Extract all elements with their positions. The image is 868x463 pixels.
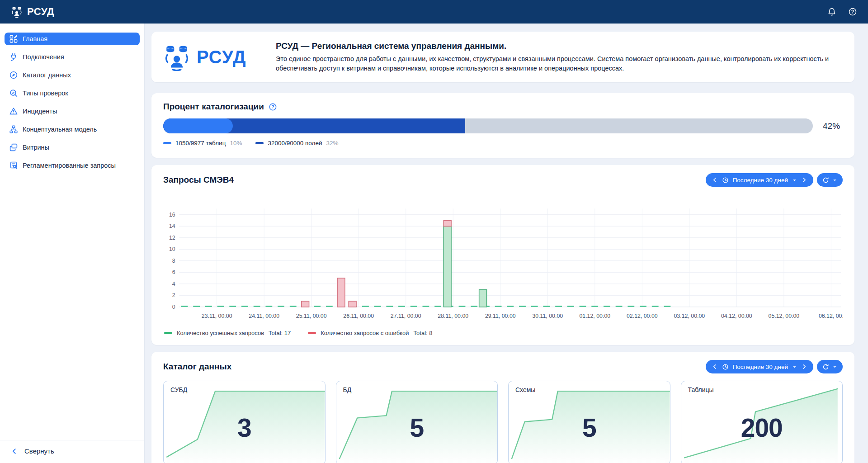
smev-legend: Количество успешных запросовTotal: 17Кол… bbox=[163, 330, 843, 336]
sidebar-item-label: Главная bbox=[23, 35, 47, 43]
progress-legend-label: 32000/90000 полей bbox=[268, 140, 322, 146]
sidebar-item[interactable]: Главная bbox=[5, 33, 140, 45]
catalogization-progress-card: Процент каталогизации 42% 1050/9977 табл… bbox=[151, 93, 854, 158]
chevron-down-icon[interactable] bbox=[792, 178, 797, 183]
smev-legend-label: Количество запросов с ошибкой bbox=[321, 330, 409, 336]
period-selector[interactable]: Последние 30 дней bbox=[706, 360, 813, 373]
legend-dash-icon bbox=[308, 332, 316, 334]
sidebar: ГлавнаяПодключенияКаталог данныхТипы про… bbox=[0, 24, 145, 463]
period-label: Последние 30 дней bbox=[733, 364, 788, 370]
collapse-label: Свернуть bbox=[24, 447, 54, 455]
sidebar-item-label: Типы проверок bbox=[23, 90, 68, 97]
sidebar-item[interactable]: Концептуальная модель bbox=[5, 123, 140, 136]
period-selector[interactable]: Последние 30 дней bbox=[706, 173, 813, 187]
progress-legend-item: 32000/90000 полей32% bbox=[255, 140, 338, 146]
catalog-period-controls: Последние 30 дней bbox=[706, 360, 843, 373]
svg-text:12: 12 bbox=[169, 235, 175, 241]
stat-card-title: СУБД bbox=[170, 386, 187, 393]
bell-icon[interactable] bbox=[827, 7, 836, 16]
stat-card-value: 3 bbox=[164, 413, 325, 443]
stat-card-2[interactable]: БД5 bbox=[336, 381, 498, 463]
chevron-down-icon[interactable] bbox=[832, 364, 837, 369]
progress-legend-item: 1050/9977 таблиц10% bbox=[163, 140, 242, 146]
smev-legend-label: Количество успешных запросов bbox=[177, 330, 264, 336]
sidebar-item[interactable]: Типы проверок bbox=[5, 87, 140, 99]
catalog-section-title: Каталог данных bbox=[163, 362, 231, 372]
sidebar-item-label: Концептуальная модель bbox=[23, 126, 97, 133]
catalog-stat-cards: СУБД3 БД5 Схемы5 bbox=[163, 381, 843, 463]
chevron-down-icon[interactable] bbox=[832, 178, 837, 183]
refresh-button[interactable] bbox=[817, 173, 843, 187]
sidebar-item[interactable]: Подключения bbox=[5, 51, 140, 63]
welcome-description: Это единое пространство для работы с дан… bbox=[276, 54, 843, 73]
smev-legend-total: Total: 8 bbox=[414, 330, 433, 336]
progress-legend-percent: 10% bbox=[230, 140, 242, 146]
chevron-left-icon[interactable] bbox=[712, 177, 718, 183]
svg-text:02.12, 00:00: 02.12, 00:00 bbox=[627, 313, 658, 319]
sidebar-item[interactable]: Каталог данных bbox=[5, 69, 140, 81]
smev-legend-total: Total: 17 bbox=[269, 330, 291, 336]
catalogization-progress-bar bbox=[163, 118, 813, 133]
svg-text:4: 4 bbox=[172, 281, 175, 287]
navbar-actions bbox=[827, 7, 857, 16]
svg-text:01.12, 00:00: 01.12, 00:00 bbox=[579, 313, 610, 319]
progress-legend-percent: 32% bbox=[326, 140, 338, 146]
app-logo-icon bbox=[11, 6, 23, 18]
chevron-right-icon[interactable] bbox=[801, 364, 807, 370]
warning-triangle-icon bbox=[9, 107, 18, 115]
product-logo-text: РСУД bbox=[197, 47, 246, 67]
sidebar-nav: ГлавнаяПодключенияКаталог данныхТипы про… bbox=[5, 33, 140, 177]
plug-icon bbox=[9, 53, 18, 61]
stat-card-title: БД bbox=[343, 386, 352, 393]
sidebar-item-label: Подключения bbox=[23, 53, 64, 61]
svg-text:28.11, 00:00: 28.11, 00:00 bbox=[438, 313, 468, 319]
collapse-sidebar-button[interactable]: Свернуть bbox=[0, 440, 144, 463]
help-icon[interactable] bbox=[848, 7, 857, 16]
svg-text:14: 14 bbox=[169, 223, 175, 229]
refresh-button[interactable] bbox=[817, 360, 843, 373]
refresh-icon bbox=[822, 177, 829, 184]
legend-dash-icon bbox=[255, 142, 264, 144]
product-logo-icon bbox=[163, 43, 191, 71]
stat-card-4[interactable]: Таблицы200 bbox=[681, 381, 843, 463]
smev-period-controls: Последние 30 дней bbox=[706, 173, 843, 187]
stat-card-3[interactable]: Схемы5 bbox=[508, 381, 670, 463]
svg-text:0: 0 bbox=[172, 304, 175, 310]
progress-segment bbox=[163, 118, 233, 133]
smev-requests-card: Запросы СМЭВ4 Последние 30 дней 23.11, 0… bbox=[151, 165, 854, 345]
progress-total-percent: 42% bbox=[823, 121, 843, 131]
svg-text:8: 8 bbox=[172, 258, 175, 264]
stat-card-value: 5 bbox=[336, 413, 498, 443]
progress-section-title: Процент каталогизации bbox=[163, 102, 264, 112]
svg-text:10: 10 bbox=[169, 246, 175, 252]
chevron-left-icon[interactable] bbox=[712, 364, 718, 370]
stat-card-title: Схемы bbox=[515, 386, 535, 393]
welcome-card: РСУД РСУД — Региональная система управле… bbox=[151, 32, 854, 82]
stat-card-value: 200 bbox=[681, 413, 843, 443]
svg-text:29.11, 00:00: 29.11, 00:00 bbox=[485, 313, 516, 319]
svg-text:06.12, 00:: 06.12, 00: bbox=[819, 313, 843, 319]
data-catalog-card: Каталог данных Последние 30 дней СУБД3 bbox=[151, 352, 854, 463]
app-logo[interactable]: РСУД bbox=[11, 6, 54, 18]
main-content: РСУД РСУД — Региональная система управле… bbox=[145, 24, 868, 463]
help-circle-icon[interactable] bbox=[269, 103, 277, 111]
sidebar-item[interactable]: Регламентированные запросы bbox=[5, 159, 140, 172]
chevron-down-icon[interactable] bbox=[792, 364, 797, 369]
svg-text:27.11, 00:00: 27.11, 00:00 bbox=[391, 313, 421, 319]
stat-card-title: Таблицы bbox=[688, 386, 714, 393]
legend-dash-icon bbox=[164, 332, 172, 334]
smev-section-title: Запросы СМЭВ4 bbox=[163, 175, 234, 185]
svg-text:04.12, 00:00: 04.12, 00:00 bbox=[721, 313, 752, 319]
progress-legend-label: 1050/9977 таблиц bbox=[175, 140, 226, 146]
progress-legend: 1050/9977 таблиц10%32000/90000 полей32% bbox=[163, 140, 843, 146]
stat-card-1[interactable]: СУБД3 bbox=[163, 381, 326, 463]
svg-text:25.11, 00:00: 25.11, 00:00 bbox=[296, 313, 327, 319]
product-logo: РСУД bbox=[163, 43, 248, 71]
period-label: Последние 30 дней bbox=[733, 177, 788, 184]
sidebar-item[interactable]: Витрины bbox=[5, 141, 140, 154]
welcome-title: РСУД — Региональная система управления д… bbox=[276, 41, 843, 51]
sidebar-item[interactable]: Инциденты bbox=[5, 105, 140, 118]
top-navbar: РСУД bbox=[0, 0, 868, 24]
chevron-right-icon[interactable] bbox=[801, 177, 807, 183]
smev-chart: 23.11, 00:0024.11, 00:0025.11, 00:0026.1… bbox=[163, 189, 843, 328]
